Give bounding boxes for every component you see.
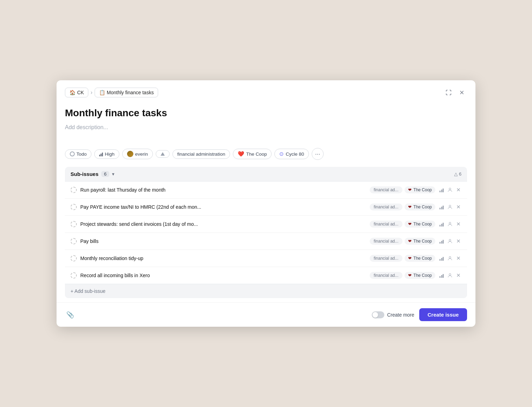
create-more-label: Create more	[387, 312, 414, 318]
expand-button[interactable]	[443, 87, 454, 98]
issue-assignee-button[interactable]	[446, 204, 453, 210]
cycle-label: Cycle 80	[286, 151, 304, 157]
issue-status-icon	[71, 204, 77, 210]
issue-team-tag[interactable]: ❤ The Coop	[405, 204, 435, 210]
page-title: Monthly finance tasks	[65, 108, 467, 119]
cycle-tag[interactable]: ⊙ Cycle 80	[274, 149, 309, 159]
issue-remove-button[interactable]: ✕	[456, 186, 461, 194]
sub-issues-section: Sub-issues 6 ▾ △ 6 Run payroll: last Thu…	[65, 167, 467, 298]
create-more-toggle[interactable]	[372, 311, 384, 318]
issue-title: Pay PAYE income tax/NI to HMRC (22nd of …	[80, 204, 366, 210]
issue-priority-button[interactable]	[439, 221, 444, 227]
issue-team-tag[interactable]: ❤ The Coop	[405, 255, 435, 262]
issue-remove-button[interactable]: ✕	[456, 220, 461, 228]
sub-issues-dropdown[interactable]: ▾	[112, 172, 114, 177]
issue-row-icons: ✕	[439, 272, 461, 279]
issue-priority-button[interactable]	[439, 255, 444, 261]
modal-footer: 📎 Create more Create issue	[57, 302, 475, 327]
coop-label: The Coop	[413, 239, 432, 244]
issue-team-tag[interactable]: ❤ The Coop	[405, 186, 435, 193]
issue-status-icon	[71, 221, 77, 227]
breadcrumb: 🏠 CK › 📋 Monthly finance tasks	[65, 88, 158, 97]
sub-issues-header: Sub-issues 6 ▾ △ 6	[65, 167, 467, 181]
table-row: Project stewards: send client invoices (…	[65, 216, 467, 233]
table-row: Monthly reconciliation tidy-up financial…	[65, 250, 467, 267]
issue-assignee-button[interactable]	[446, 255, 453, 262]
coop-heart-icon: ❤	[408, 222, 412, 227]
issue-team-tag[interactable]: ❤ The Coop	[405, 272, 435, 279]
coop-label: The Coop	[413, 187, 432, 192]
page-icon: 📋	[99, 90, 105, 95]
warning-tag[interactable]	[156, 150, 170, 158]
issue-category-tag[interactable]: financial ad...	[370, 255, 403, 262]
issue-category-tag[interactable]: financial ad...	[370, 238, 403, 245]
status-label: Todo	[76, 151, 87, 157]
create-more-row: Create more	[372, 311, 414, 318]
issue-title: Run payroll: last Thursday of the month	[80, 187, 366, 193]
issue-row-icons: ✕	[439, 203, 461, 211]
issue-assignee-button[interactable]	[446, 221, 453, 228]
bars-icon	[439, 187, 444, 192]
table-row: Run payroll: last Thursday of the month …	[65, 182, 467, 199]
issue-title: Pay bills	[80, 238, 366, 244]
issue-category-tag[interactable]: financial ad...	[370, 204, 403, 210]
issue-team-tag[interactable]: ❤ The Coop	[405, 221, 435, 228]
warning-count-label: 6	[459, 171, 461, 177]
add-sub-issue-button[interactable]: + Add sub-issue	[65, 284, 467, 298]
coop-label: The Coop	[413, 256, 432, 261]
sub-issues-list: Run payroll: last Thursday of the month …	[65, 181, 467, 284]
issue-category-tag[interactable]: financial ad...	[370, 221, 403, 228]
issue-category-tag[interactable]: financial ad...	[370, 186, 403, 193]
issue-remove-button[interactable]: ✕	[456, 254, 461, 262]
issue-assignee-button[interactable]	[446, 186, 453, 193]
breadcrumb-home-label: CK	[77, 90, 84, 95]
warning-count: △ 6	[454, 171, 461, 177]
issue-priority-button[interactable]	[439, 272, 444, 279]
issue-remove-button[interactable]: ✕	[456, 203, 461, 211]
status-tag[interactable]: Todo	[65, 149, 91, 159]
tags-row: Todo High everin financial admi	[65, 148, 467, 160]
issue-team-tag[interactable]: ❤ The Coop	[405, 238, 435, 245]
breadcrumb-page-label: Monthly finance tasks	[107, 90, 154, 95]
attachment-button[interactable]: 📎	[65, 310, 75, 320]
bars-icon	[439, 222, 444, 227]
issue-priority-button[interactable]	[439, 238, 444, 244]
description-area[interactable]: Add description...	[65, 124, 467, 138]
issue-priority-button[interactable]	[439, 204, 444, 210]
issue-status-icon	[71, 255, 77, 261]
coop-heart-icon: ❤	[408, 256, 412, 261]
coop-heart-icon: ❤	[408, 187, 412, 192]
todo-circle-icon	[70, 151, 75, 156]
breadcrumb-separator: ›	[90, 89, 92, 96]
issue-assignee-button[interactable]	[446, 272, 453, 279]
sub-issues-title: Sub-issues 6 ▾	[71, 171, 114, 177]
breadcrumb-page[interactable]: 📋 Monthly finance tasks	[95, 88, 158, 97]
footer-left: 📎	[65, 310, 75, 320]
issue-category-tag[interactable]: financial ad...	[370, 272, 403, 279]
issue-remove-button[interactable]: ✕	[456, 272, 461, 279]
bars-icon	[439, 256, 444, 261]
svg-point-7	[449, 274, 451, 275]
more-button[interactable]: ···	[312, 148, 324, 160]
create-issue-button[interactable]: Create issue	[419, 308, 467, 321]
issue-priority-button[interactable]	[439, 187, 444, 193]
issue-assignee-button[interactable]	[446, 238, 453, 245]
category-label: financial administration	[177, 151, 225, 157]
sub-issues-count: 6	[101, 171, 109, 177]
cycle-icon: ⊙	[279, 151, 284, 157]
issue-remove-button[interactable]: ✕	[456, 237, 461, 245]
coop-label: The Coop	[413, 273, 432, 278]
priority-label: High	[105, 151, 114, 157]
team-tag[interactable]: ❤️ The Coop	[233, 149, 272, 159]
issue-status-icon	[71, 238, 77, 244]
issue-status-icon	[71, 272, 77, 279]
issue-tags: financial ad... ❤ The Coop	[370, 204, 435, 210]
assignee-tag[interactable]: everin	[122, 149, 153, 159]
close-button[interactable]	[457, 87, 467, 98]
category-tag[interactable]: financial administration	[172, 149, 230, 159]
svg-point-4	[449, 222, 451, 224]
breadcrumb-home[interactable]: 🏠 CK	[65, 88, 88, 97]
svg-point-6	[449, 257, 451, 258]
coop-label: The Coop	[413, 205, 432, 209]
priority-tag[interactable]: High	[94, 149, 119, 159]
